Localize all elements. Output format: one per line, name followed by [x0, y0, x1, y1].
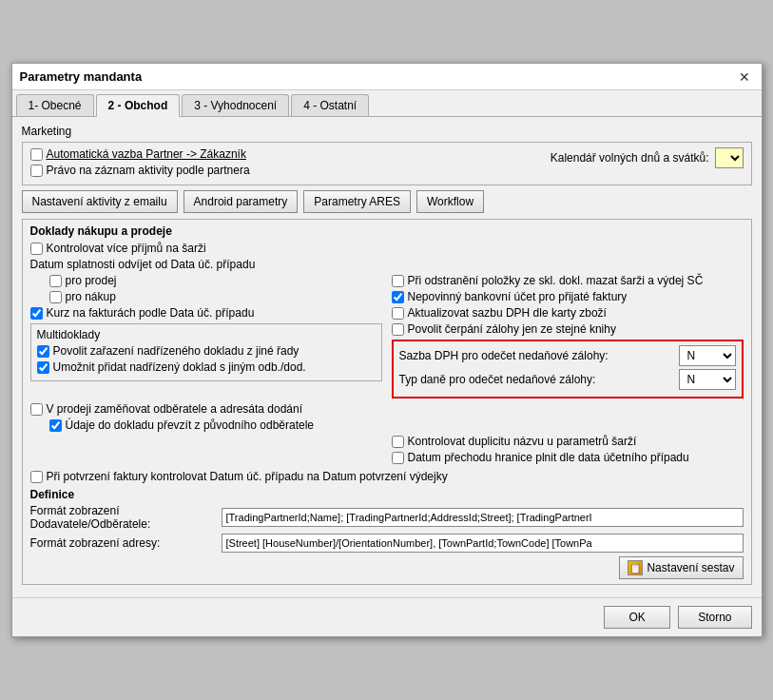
cb-umoznit-label: Umožnit přidat nadřízený doklad s jiným …: [53, 360, 306, 374]
tab-vyhodnoceni[interactable]: 3 - Vyhodnocení: [182, 94, 289, 116]
cb-v-prodeji-row: V prodeji zaměňovat odběratele a adresát…: [30, 402, 744, 416]
cb-nepovinny[interactable]: [392, 291, 404, 303]
cb-udaje[interactable]: [49, 419, 62, 432]
format-dodavatele-input[interactable]: [222, 508, 744, 527]
doklady-label: Doklady nákupu a prodeje: [30, 224, 744, 238]
cb-udaje-label: Údaje do dokladu převzít z původního odb…: [66, 418, 315, 432]
format-dodavatele-row: Formát zobrazení Dodavatele/Odběratele:: [30, 504, 744, 531]
two-col-layout: pro prodej pro nákup Kurz na fakturách p…: [30, 274, 744, 399]
cb-pravo-label: Právo na záznam aktivity podle partnera: [47, 164, 250, 177]
cb-kontrolovat[interactable]: [30, 243, 43, 255]
cb-datum-prechodu-row: Datum přechodu hranice plnit dle data úč…: [392, 451, 744, 464]
definice-label: Definice: [30, 488, 744, 501]
cb-pro-prodej[interactable]: [49, 275, 62, 287]
cb-kurz-row: Kurz na fakturách podle Data úč. případu: [30, 306, 382, 320]
cb-pravo[interactable]: [30, 165, 43, 177]
format-dodavatele-label: Formát zobrazení Dodavatele/Odběratele:: [30, 504, 216, 531]
tab-ostatni[interactable]: 4 - Ostatní: [291, 94, 369, 116]
cb-pro-nakup[interactable]: [49, 291, 62, 303]
cb-aktualizovat[interactable]: [392, 307, 404, 320]
cb-kontrolovat-label: Kontrolovat více příjmů na šarži: [47, 242, 206, 255]
storno-button[interactable]: Storno: [678, 606, 751, 629]
cb-umoznit-row: Umožnit přidat nadřízený doklad s jiným …: [37, 360, 376, 374]
cb-povolit-cerpani-label: Povolit čerpání zálohy jen ze stejné kni…: [408, 322, 616, 336]
close-button[interactable]: ✕: [735, 70, 754, 84]
cb-povolit-cerpani[interactable]: [392, 323, 404, 336]
workflow-button[interactable]: Workflow: [416, 190, 484, 213]
dialog-title: Parametry mandanta: [20, 69, 143, 84]
typ-dropdown[interactable]: N: [679, 369, 736, 390]
cb-pri-potvrzeni-row: Při potvrzení faktury kontrolovat Datum …: [30, 470, 744, 483]
cb-kontrolovat-duplicitu[interactable]: [392, 436, 404, 448]
tab-content: Marketing Automatická vazba Partner -> Z…: [12, 117, 762, 597]
nastaveni-sestav-label: Nastavení sestav: [647, 561, 734, 574]
nastaveni-sestav-button[interactable]: 📋 Nastavení sestav: [619, 556, 743, 579]
tab-obecne[interactable]: 1- Obecné: [16, 94, 94, 116]
cb-pro-prodej-label: pro prodej: [66, 274, 117, 287]
parametry-ares-button[interactable]: Parametry ARES: [303, 190, 411, 213]
cb-aktualizovat-row: Aktualizovat sazbu DPH dle karty zboží: [392, 306, 744, 320]
cb-pri-odstraneni[interactable]: [392, 275, 404, 287]
calendar-dropdown[interactable]: [715, 147, 744, 168]
cb-povolit-zarazeni-label: Povolit zařazení nadřízeného dokladu z j…: [53, 344, 300, 358]
cb-automaticka[interactable]: [30, 148, 43, 161]
cb-datum-prechodu[interactable]: [392, 452, 404, 464]
tab-obchod[interactable]: 2 - Obchod: [96, 94, 181, 117]
typ-row: Typ daně pro odečet nedaňové zálohy: N: [399, 369, 736, 390]
sazba-row: Sazba DPH pro odečet nedaňové zálohy: N: [399, 345, 736, 366]
cb-umoznit[interactable]: [37, 361, 49, 374]
cb-nepovinny-row: Nepovinný bankovní účet pro přijaté fakt…: [392, 290, 744, 303]
cb-kurz-label: Kurz na fakturách podle Data úč. případu: [47, 306, 255, 320]
cb-povolit-row: Povolit zařazení nadřízeného dokladu z j…: [37, 344, 376, 358]
multidoklady-title: Multidoklady: [37, 328, 376, 341]
cb-udaje-row: Údaje do dokladu převzít z původního odb…: [49, 418, 744, 432]
cb-datum-prechodu-label: Datum přechodu hranice plnit dle data úč…: [408, 451, 689, 464]
cb-kontrolovat-duplicitu-label: Kontrolovat duplicitu názvu u parametrů …: [408, 435, 637, 448]
ok-button[interactable]: OK: [604, 606, 670, 629]
cb-automaticka-label: Automatická vazba Partner -> Zákazník: [47, 147, 246, 161]
marketing-label: Marketing: [22, 125, 752, 138]
cb-pravo-row: Právo na záznam aktivity podle partnera: [30, 164, 250, 177]
col-right: Při odstranění položky ze skl. dokl. maz…: [392, 274, 744, 399]
title-bar: Parametry mandanta ✕: [12, 64, 762, 90]
format-adresy-label: Formát zobrazení adresy:: [30, 536, 216, 550]
cb-kurz[interactable]: [30, 307, 43, 320]
nastaveni-sestav-icon: 📋: [628, 560, 643, 575]
cb-pri-potvrzeni-label: Při potvrzení faktury kontrolovat Datum …: [47, 470, 448, 483]
nastaveni-aktivity-button[interactable]: Nastavení aktivity z emailu: [22, 190, 178, 213]
format-adresy-row: Formát zobrazení adresy:: [30, 534, 744, 553]
cb-pri-odstraneni-label: Při odstranění položky ze skl. dokl. maz…: [408, 274, 704, 287]
footer: OK Storno: [12, 597, 762, 636]
format-adresy-input[interactable]: [222, 534, 744, 553]
col-left: pro prodej pro nákup Kurz na fakturách p…: [30, 274, 382, 399]
calendar-row: Kalendář volných dnů a svátků:: [551, 147, 744, 168]
datum-label: Datum splatnosti odvíjet od Data úč. pří…: [30, 258, 744, 271]
highlighted-box: Sazba DPH pro odečet nedaňové zálohy: N …: [392, 340, 744, 399]
typ-label: Typ daně pro odečet nedaňové zálohy:: [399, 373, 673, 386]
cb-povolit-cerpani-row: Povolit čerpání zálohy jen ze stejné kni…: [392, 322, 744, 336]
cb-pri-odstraneni-row: Při odstranění položky ze skl. dokl. maz…: [392, 274, 744, 287]
cb-nepovinny-label: Nepovinný bankovní účet pro přijaté fakt…: [408, 290, 628, 303]
sazba-label: Sazba DPH pro odečet nedaňové zálohy:: [399, 349, 673, 362]
tabs-container: 1- Obecné 2 - Obchod 3 - Vyhodnocení 4 -…: [12, 90, 762, 117]
cb-v-prodeji[interactable]: [30, 403, 43, 416]
dialog: Parametry mandanta ✕ 1- Obecné 2 - Obcho…: [11, 63, 763, 637]
multidoklady-box: Multidoklady Povolit zařazení nadřízenéh…: [30, 323, 382, 381]
android-button[interactable]: Android parametry: [184, 190, 299, 213]
cb-automaticka-row: Automatická vazba Partner -> Zákazník: [30, 147, 250, 161]
cb-aktualizovat-label: Aktualizovat sazbu DPH dle karty zboží: [408, 306, 607, 320]
calendar-label: Kalendář volných dnů a svátků:: [551, 151, 709, 165]
cb-v-prodeji-label: V prodeji zaměňovat odběratele a adresát…: [47, 402, 303, 416]
cb-pro-prodej-row: pro prodej: [49, 274, 382, 287]
sazba-dropdown[interactable]: N: [679, 345, 736, 366]
button-row: Nastavení aktivity z emailu Android para…: [22, 190, 752, 213]
cb-pro-nakup-row: pro nákup: [49, 290, 382, 303]
cb-povolit-zarazeni[interactable]: [37, 345, 49, 358]
cb-kontrolovat-duplicitu-row: Kontrolovat duplicitu názvu u parametrů …: [392, 435, 744, 448]
cb-pri-potvrzeni[interactable]: [30, 471, 43, 483]
cb-kontrolovat-row: Kontrolovat více příjmů na šarži: [30, 242, 744, 255]
cb-pro-nakup-label: pro nákup: [66, 290, 116, 303]
